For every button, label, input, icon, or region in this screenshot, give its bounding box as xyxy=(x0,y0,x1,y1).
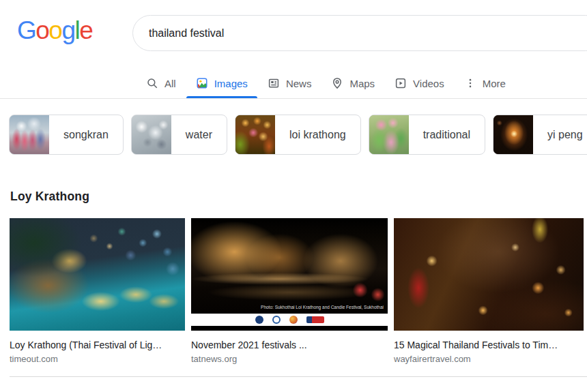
chip-thumbnail xyxy=(235,115,275,154)
tab-label: Images xyxy=(214,78,248,89)
logo-badge xyxy=(306,316,324,323)
tab-images[interactable]: Images xyxy=(196,68,248,98)
videos-icon xyxy=(395,77,407,89)
logo-badge xyxy=(255,316,263,324)
chip-label: songkran xyxy=(49,129,123,141)
chip-label: loi krathong xyxy=(275,129,360,141)
image-result: Loy Krathong (Thai Festival of Lig… time… xyxy=(10,218,185,364)
image-result: Photo: Sukhothai Loi Krathong and Candle… xyxy=(191,218,388,364)
logo-letter: G xyxy=(17,16,35,44)
chip-thumbnail xyxy=(369,115,409,154)
image-result: 15 Magical Thailand Festivals to Tim… wa… xyxy=(394,218,584,364)
filter-chip-traditional[interactable]: traditional xyxy=(369,115,485,155)
logo-strip xyxy=(191,314,388,326)
result-image[interactable]: Photo: Sukhothai Loi Krathong and Candle… xyxy=(191,218,388,331)
search-input[interactable] xyxy=(132,15,587,51)
result-domain[interactable]: tatnews.org xyxy=(191,354,388,364)
logo-letter: o xyxy=(35,16,48,44)
chip-label: water xyxy=(171,129,227,141)
chip-thumbnail xyxy=(493,115,533,154)
news-icon xyxy=(268,77,280,89)
tab-videos[interactable]: Videos xyxy=(395,68,444,98)
tab-label: Videos xyxy=(413,78,444,89)
related-filter-chips: songkran water loi krathong traditional … xyxy=(9,115,587,155)
logo-letter: o xyxy=(48,16,61,44)
result-domain[interactable]: timeout.com xyxy=(10,354,185,364)
tab-all[interactable]: All xyxy=(146,68,176,98)
result-image[interactable] xyxy=(394,218,584,331)
section-title: Loy Krathong xyxy=(10,190,89,204)
filter-chip-songkran[interactable]: songkran xyxy=(9,115,124,155)
tab-maps[interactable]: Maps xyxy=(331,68,375,98)
google-images-results-page: Google All Images xyxy=(0,0,587,392)
tab-label: More xyxy=(483,78,506,89)
tab-more[interactable]: More xyxy=(464,68,506,98)
result-title[interactable]: November 2021 festivals ... xyxy=(191,340,388,350)
tab-label: All xyxy=(164,78,176,89)
filter-chip-water[interactable]: water xyxy=(131,115,227,155)
result-title[interactable]: Loy Krathong (Thai Festival of Lig… xyxy=(10,340,185,350)
logo-letter: g xyxy=(61,16,74,44)
search-icon xyxy=(146,77,158,89)
maps-icon xyxy=(331,77,343,89)
logo-badge xyxy=(272,316,281,324)
logo-badge xyxy=(289,316,298,324)
images-icon xyxy=(196,77,208,89)
more-icon xyxy=(464,77,476,89)
filter-chip-yi-peng[interactable]: yi peng xyxy=(493,115,587,155)
result-title[interactable]: 15 Magical Thailand Festivals to Tim… xyxy=(394,340,584,350)
section-divider xyxy=(10,376,587,377)
chip-thumbnail xyxy=(132,115,171,154)
image-results-row: Loy Krathong (Thai Festival of Lig… time… xyxy=(10,218,584,364)
tab-news[interactable]: News xyxy=(268,68,312,98)
result-image[interactable] xyxy=(10,218,185,331)
photo-credit-text: Photo: Sukhothai Loi Krathong and Candle… xyxy=(261,305,384,310)
google-logo[interactable]: Google xyxy=(17,16,92,45)
logo-letter: e xyxy=(79,16,92,44)
result-type-tabs: All Images News xyxy=(146,68,506,98)
header-divider xyxy=(0,98,587,99)
filter-chip-loi-krathong[interactable]: loi krathong xyxy=(235,115,361,155)
tab-label: News xyxy=(286,78,312,89)
chip-label: yi peng xyxy=(533,129,587,141)
result-domain[interactable]: wayfairertravel.com xyxy=(394,354,584,364)
tab-label: Maps xyxy=(349,78,375,89)
chip-label: traditional xyxy=(409,129,485,141)
chip-thumbnail xyxy=(10,115,49,154)
